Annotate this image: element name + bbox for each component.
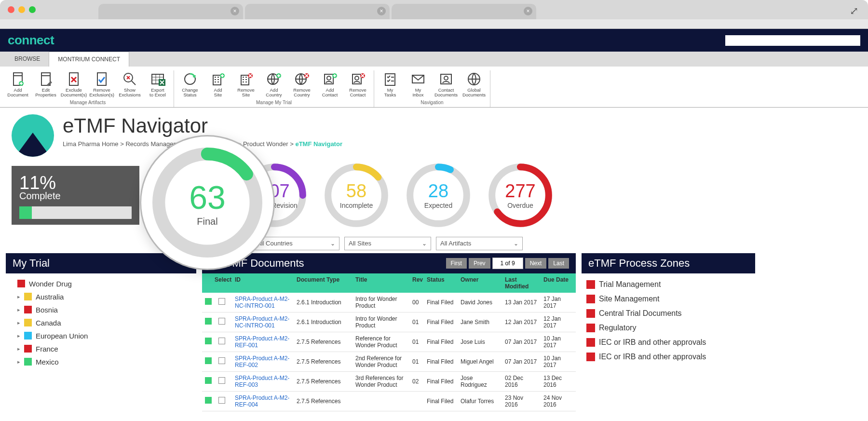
zones-header: eTMF Process Zones	[582, 253, 755, 273]
tab-close-icon[interactable]: ×	[377, 7, 386, 15]
exclude-documents-button[interactable]: ExcludeDocument(s)	[60, 70, 88, 99]
col-id[interactable]: ID	[232, 273, 294, 293]
pager-last-button[interactable]: Last	[548, 258, 569, 269]
donut-value: 28	[428, 181, 448, 202]
cell-due-date: 13 Dec 2016	[541, 372, 574, 391]
doc-id-link[interactable]: SPRA-Product A-M2-REF-004	[235, 394, 289, 408]
zone-item[interactable]: Site Management	[586, 292, 750, 306]
col-type[interactable]: Document Type	[294, 273, 353, 293]
tab-close-icon[interactable]: ×	[231, 7, 239, 15]
col-status[interactable]: Status	[424, 273, 458, 293]
row-checkbox[interactable]	[218, 338, 225, 344]
ribbon-label: RemoveSite	[237, 88, 254, 98]
tree-label: Bosnia	[36, 306, 58, 314]
ribbon-label: ContactDocuments	[434, 88, 458, 98]
browser-tab[interactable]: ×	[392, 4, 536, 19]
doc-id-link[interactable]: SPRA-Product A-M2-NC-INTRO-001	[235, 315, 289, 329]
add-site-button[interactable]: AddSite	[204, 70, 232, 99]
table-row[interactable]: SPRA-Product A-M2-NC-INTRO-001 2.6.1 Int…	[202, 312, 576, 332]
table-row[interactable]: SPRA-Product A-M2-REF-001 2.7.5 Referenc…	[202, 332, 576, 352]
pager-page-input[interactable]	[492, 258, 523, 269]
zone-item[interactable]: IEC or IRB and other approvals	[586, 335, 750, 350]
cell-last-modified: 12 Jan 2017	[502, 316, 541, 328]
my-inbox-button[interactable]: MyInbox	[404, 70, 432, 99]
status-square-icon	[586, 324, 595, 332]
filter-sites[interactable]: All Sites⌄	[344, 237, 431, 250]
doc-id-link[interactable]: SPRA-Product A-M2-REF-002	[235, 355, 289, 368]
show-exclusions-button[interactable]: ShowExclusions	[116, 70, 144, 99]
donut-label: Incomplete	[340, 202, 373, 209]
tree-item[interactable]: ▸France	[11, 342, 191, 355]
tab-montrium-connect[interactable]: MONTRIUM CONNECT	[49, 52, 129, 67]
zoom-window-icon[interactable]	[29, 6, 36, 13]
add-country-button[interactable]: AddCountry	[260, 70, 288, 99]
tree-label: Mexico	[36, 358, 59, 366]
status-square-icon	[586, 295, 595, 303]
change-status-button[interactable]: ChangeStatus	[176, 70, 204, 99]
doc-id-link[interactable]: SPRA-Product A-M2-NC-INTRO-001	[235, 296, 289, 309]
window-controls[interactable]	[8, 6, 36, 13]
tree-root[interactable]: Wonder Drug	[11, 277, 191, 290]
table-row[interactable]: SPRA-Product A-M2-NC-INTRO-001 2.6.1 Int…	[202, 293, 576, 312]
doc-id-link[interactable]: SPRA-Product A-M2-REF-003	[235, 375, 289, 388]
browser-tab[interactable]: ×	[98, 4, 243, 19]
filter-artifacts[interactable]: All Artifacts⌄	[436, 237, 523, 250]
row-checkbox[interactable]	[218, 318, 225, 325]
add-contact-button[interactable]: AddContact	[316, 70, 344, 99]
tree-item[interactable]: ▸Bosnia	[11, 303, 191, 316]
table-row[interactable]: SPRA-Product A-M2-REF-002 2.7.5 Referenc…	[202, 352, 576, 372]
global-documents-button[interactable]: GlobalDocuments	[460, 70, 488, 99]
minimize-window-icon[interactable]	[18, 6, 25, 13]
doc-pencil-icon	[38, 71, 54, 87]
donut-overdue[interactable]: 277 Overdue	[487, 162, 554, 229]
contact-documents-button[interactable]: ContactDocuments	[432, 70, 460, 99]
cell-type: 2.7.5 References	[294, 336, 353, 348]
table-row[interactable]: SPRA-Product A-M2-REF-003 2.7.5 Referenc…	[202, 372, 576, 392]
status-square-icon	[24, 345, 32, 353]
pager-next-button[interactable]: Next	[525, 258, 547, 269]
tree-item[interactable]: ▸European Union	[11, 329, 191, 342]
col-due-date[interactable]: Due Date	[541, 273, 574, 293]
export-excel-button[interactable]: Exportto Excel	[144, 70, 172, 99]
zone-item[interactable]: IEC or IRB and other approvals	[586, 350, 750, 364]
tree-item[interactable]: ▸Canada	[11, 316, 191, 329]
remove-exclusions-button[interactable]: RemoveExclusion(s)	[88, 70, 116, 99]
add-document-button[interactable]: AddDocument	[4, 70, 32, 99]
ribbon-label: AddSite	[214, 88, 222, 98]
zone-item[interactable]: Regulatory	[586, 321, 750, 335]
tree-item[interactable]: ▸Australia	[11, 290, 191, 303]
col-owner[interactable]: Owner	[458, 273, 502, 293]
pager-first-button[interactable]: First	[446, 258, 467, 269]
remove-site-button[interactable]: RemoveSite	[232, 70, 260, 99]
row-checkbox[interactable]	[218, 397, 225, 404]
my-tasks-button[interactable]: MyTasks	[376, 70, 404, 99]
tab-browse[interactable]: BROWSE	[6, 52, 49, 67]
cell-due-date: 12 Jan 2017	[541, 312, 574, 332]
col-title[interactable]: Title	[353, 273, 409, 293]
col-rev[interactable]: Rev	[409, 273, 424, 293]
zone-item[interactable]: Trial Management	[586, 277, 750, 292]
filter-countries[interactable]: All Countries⌄	[253, 237, 339, 250]
row-checkbox[interactable]	[218, 357, 225, 364]
row-checkbox[interactable]	[218, 377, 225, 384]
table-row[interactable]: SPRA-Product A-M2-REF-004 2.7.5 Referenc…	[202, 392, 576, 411]
ribbon-label: MyInbox	[412, 88, 423, 98]
row-checkbox[interactable]	[218, 298, 225, 305]
ribbon-label: AddDocument	[7, 88, 28, 98]
doc-id-link[interactable]: SPRA-Product A-M2-REF-001	[235, 335, 289, 349]
remove-contact-button[interactable]: RemoveContact	[344, 70, 372, 99]
status-square-icon	[24, 306, 32, 313]
donut-incomplete[interactable]: 58 Incomplete	[323, 162, 390, 229]
col-last-modified[interactable]: Last Modified	[502, 273, 541, 293]
expand-icon[interactable]: ⤢	[850, 5, 858, 17]
tree-item[interactable]: ▸Mexico	[11, 355, 191, 368]
tab-close-icon[interactable]: ×	[524, 7, 532, 15]
edit-properties-button[interactable]: EditProperties	[32, 70, 60, 99]
browser-tab[interactable]: ×	[245, 4, 390, 19]
cell-owner: Olafur Torres	[458, 395, 502, 407]
pager-prev-button[interactable]: Prev	[469, 258, 490, 269]
close-window-icon[interactable]	[8, 6, 14, 13]
zone-item[interactable]: Central Trial Documents	[586, 306, 750, 321]
remove-country-button[interactable]: RemoveCountry	[288, 70, 316, 99]
donut-expected[interactable]: 28 Expected	[405, 162, 472, 229]
